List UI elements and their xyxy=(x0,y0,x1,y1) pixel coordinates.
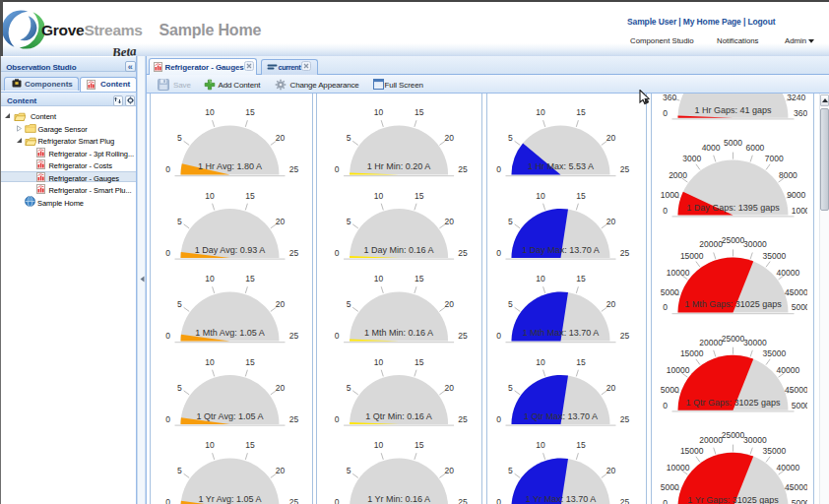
svg-text:1 Qtr Min: 0.16 A: 1 Qtr Min: 0.16 A xyxy=(365,411,432,421)
svg-text:0: 0 xyxy=(165,248,170,258)
svg-text:5: 5 xyxy=(508,299,513,309)
svg-text:15: 15 xyxy=(245,274,255,284)
svg-text:5: 5 xyxy=(177,299,182,309)
svg-text:0: 0 xyxy=(335,331,340,341)
svg-text:25: 25 xyxy=(289,497,299,504)
svg-text:10: 10 xyxy=(205,357,215,367)
svg-text:25: 25 xyxy=(458,331,468,341)
svg-text:20: 20 xyxy=(276,217,286,226)
svg-text:25: 25 xyxy=(620,497,630,504)
svg-text:5: 5 xyxy=(347,217,351,226)
svg-text:35000: 35000 xyxy=(762,348,786,358)
svg-text:3000: 3000 xyxy=(682,154,701,163)
svg-text:5000: 5000 xyxy=(661,385,679,395)
svg-text:0: 0 xyxy=(496,164,501,174)
svg-text:10: 10 xyxy=(374,107,384,117)
svg-text:25: 25 xyxy=(620,414,630,424)
svg-text:5: 5 xyxy=(508,217,513,226)
svg-text:15: 15 xyxy=(414,357,424,367)
svg-text:15: 15 xyxy=(576,440,586,450)
svg-text:10: 10 xyxy=(374,440,384,450)
svg-text:20: 20 xyxy=(444,466,454,475)
svg-text:20: 20 xyxy=(444,133,454,143)
svg-text:20: 20 xyxy=(276,133,286,143)
svg-text:20: 20 xyxy=(276,466,286,475)
svg-text:0: 0 xyxy=(165,164,170,174)
svg-text:15: 15 xyxy=(245,357,255,367)
svg-text:50000: 50000 xyxy=(792,498,807,504)
svg-text:0: 0 xyxy=(165,414,170,424)
svg-text:2000: 2000 xyxy=(669,170,687,180)
svg-text:25000: 25000 xyxy=(722,430,745,440)
svg-text:1 Qtr Avg: 1.05 A: 1 Qtr Avg: 1.05 A xyxy=(197,411,264,421)
svg-text:25: 25 xyxy=(289,248,299,258)
svg-text:0: 0 xyxy=(335,164,340,174)
svg-text:5: 5 xyxy=(347,299,351,309)
svg-text:0: 0 xyxy=(663,302,668,312)
svg-text:5: 5 xyxy=(508,383,513,393)
svg-text:15: 15 xyxy=(245,107,255,117)
svg-text:5: 5 xyxy=(347,466,351,475)
svg-text:1 Hr Min: 0.20 A: 1 Hr Min: 0.20 A xyxy=(367,161,431,171)
svg-text:10: 10 xyxy=(205,274,215,284)
svg-text:0: 0 xyxy=(335,414,340,424)
svg-text:10000: 10000 xyxy=(667,268,690,278)
svg-text:10: 10 xyxy=(536,440,545,450)
svg-text:25: 25 xyxy=(289,414,299,424)
svg-text:1 Hr Gaps: 41 gaps: 1 Hr Gaps: 41 gaps xyxy=(694,105,772,115)
svg-text:40000: 40000 xyxy=(777,268,800,278)
svg-text:1 Hr Avg: 1.80 A: 1 Hr Avg: 1.80 A xyxy=(198,161,262,171)
svg-text:20000: 20000 xyxy=(699,338,723,347)
svg-text:45000: 45000 xyxy=(785,287,807,297)
svg-text:25: 25 xyxy=(458,248,468,258)
svg-text:15: 15 xyxy=(576,107,586,117)
svg-text:45000: 45000 xyxy=(785,385,807,395)
svg-text:20: 20 xyxy=(444,217,454,226)
svg-text:0: 0 xyxy=(663,206,668,216)
svg-text:1 Day Max: 13.70 A: 1 Day Max: 13.70 A xyxy=(522,245,600,255)
svg-text:0: 0 xyxy=(335,248,340,258)
svg-text:5: 5 xyxy=(177,217,182,226)
svg-text:50000: 50000 xyxy=(792,302,807,312)
svg-text:15000: 15000 xyxy=(680,251,704,261)
svg-text:25: 25 xyxy=(620,331,630,341)
svg-text:5: 5 xyxy=(177,383,182,393)
svg-text:20: 20 xyxy=(444,299,454,309)
svg-text:1 Day Avg: 0.93 A: 1 Day Avg: 0.93 A xyxy=(195,245,265,255)
svg-text:0: 0 xyxy=(663,401,668,410)
svg-text:0: 0 xyxy=(335,497,340,504)
svg-text:15: 15 xyxy=(245,440,255,450)
svg-text:0: 0 xyxy=(496,497,501,504)
svg-text:1 Mth Avg: 1.05 A: 1 Mth Avg: 1.05 A xyxy=(195,328,264,338)
svg-text:5: 5 xyxy=(177,466,182,475)
svg-text:0: 0 xyxy=(663,498,668,504)
svg-text:1 Hr Max: 5.53 A: 1 Hr Max: 5.53 A xyxy=(528,161,594,171)
svg-text:15: 15 xyxy=(576,274,586,284)
svg-text:1 Yr Gaps: 31025 gaps: 1 Yr Gaps: 31025 gaps xyxy=(687,495,779,504)
svg-text:15000: 15000 xyxy=(680,446,704,456)
svg-text:10: 10 xyxy=(536,357,545,367)
svg-text:6000: 6000 xyxy=(745,143,764,153)
svg-text:1 Qtr Gaps: 31025 gaps: 1 Qtr Gaps: 31025 gaps xyxy=(685,398,781,408)
svg-text:0: 0 xyxy=(165,497,170,504)
svg-text:5: 5 xyxy=(177,133,182,143)
svg-text:10: 10 xyxy=(536,107,545,117)
svg-text:35000: 35000 xyxy=(762,446,786,456)
svg-text:5: 5 xyxy=(508,133,513,143)
svg-text:40000: 40000 xyxy=(777,463,800,472)
svg-text:1 Yr Min: 0.16 A: 1 Yr Min: 0.16 A xyxy=(367,494,430,504)
svg-text:5: 5 xyxy=(347,383,351,393)
svg-text:1 Mth Max: 13.70 A: 1 Mth Max: 13.70 A xyxy=(523,328,600,338)
svg-text:10000: 10000 xyxy=(667,365,690,375)
svg-text:40000: 40000 xyxy=(777,365,800,375)
svg-text:15: 15 xyxy=(576,191,586,201)
svg-text:1 Mth Min: 0.16 A: 1 Mth Min: 0.16 A xyxy=(364,328,433,338)
svg-text:15: 15 xyxy=(245,191,255,201)
svg-text:3240: 3240 xyxy=(787,94,805,102)
svg-text:5000: 5000 xyxy=(661,482,679,492)
svg-text:15: 15 xyxy=(414,274,424,284)
svg-text:10: 10 xyxy=(205,107,215,117)
svg-text:25000: 25000 xyxy=(722,334,745,344)
svg-text:20: 20 xyxy=(276,299,286,309)
svg-text:0: 0 xyxy=(496,248,501,258)
